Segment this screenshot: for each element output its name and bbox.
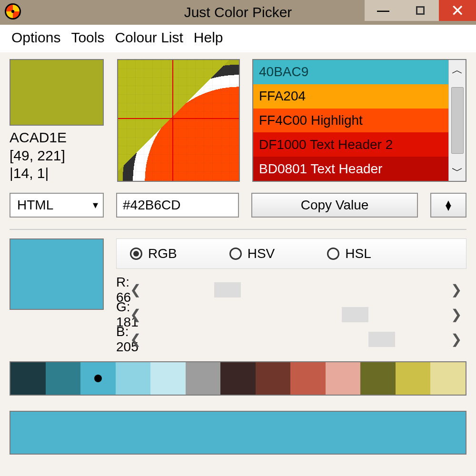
color-tuning-area: RGB HSV HSL R: 66 ❮ [10,238,466,352]
palette-cell[interactable] [186,362,221,395]
current-color-swatch [10,59,104,126]
radio-rgb-label: RGB [148,246,177,261]
gradient-bar[interactable] [10,411,466,455]
palette-cell[interactable] [326,362,361,395]
palette-cell[interactable] [150,362,186,395]
color-value-input[interactable] [116,193,239,218]
palette-row [10,361,466,396]
menu-colour-list[interactable]: Colour List [115,30,183,46]
palette-cell[interactable] [430,362,466,395]
radio-hsl-label: HSL [345,246,371,261]
palette-cell[interactable] [80,362,116,395]
palette-cell[interactable] [46,362,81,395]
current-color-readout: ACAD1E [49, 221] |14, 1| [10,129,105,182]
scroll-thumb[interactable] [451,87,464,154]
slider-b-thumb[interactable] [368,332,395,347]
minimize-button[interactable]: — [365,0,402,21]
menu-help[interactable]: Help [194,30,223,46]
format-label: HTML [17,198,53,213]
slider-b-increment[interactable]: ❯ [446,331,466,347]
channel-sliders: R: 66 ❮ ❯ G: 181 ❮ ❯ B: 205 ❮ [10,278,466,352]
scroll-down-button[interactable]: ﹀ [449,161,466,181]
radio-dot-icon [229,248,242,260]
slider-g-decrement[interactable]: ❮ [125,307,146,322]
current-coords: [49, 221] [10,147,105,165]
current-color-column: ACAD1E [49, 221] |14, 1| [10,59,105,182]
palette-cell[interactable] [290,362,326,395]
format-combobox[interactable]: HTML ▾ [10,193,104,218]
radio-hsl[interactable]: HSL [327,246,371,261]
slider-r-thumb[interactable] [214,282,241,298]
scroll-up-button[interactable]: ︿ [449,60,466,80]
palette-cell[interactable] [10,362,46,395]
menu-tools[interactable]: Tools [71,30,104,46]
maximize-button[interactable] [402,0,439,21]
slider-g-increment[interactable]: ❯ [446,307,466,322]
crosshair-horizontal [118,118,239,119]
chevron-down-icon: ▾ [93,199,98,211]
slider-r-track[interactable] [154,282,437,298]
app-window: Just Color Picker — ✕ Options Tools Colo… [0,0,476,476]
colour-list-item[interactable]: BD0801 Text Header [253,157,448,181]
slider-b-decrement[interactable]: ❮ [125,331,146,347]
slider-b-track[interactable] [154,332,437,347]
window-controls: — ✕ [365,0,476,21]
slider-g-thumb[interactable] [342,307,368,322]
palette-cell[interactable] [116,362,151,395]
slider-b-label: B: 205 [10,324,116,355]
radio-hsv-label: HSV [248,246,275,261]
colour-list-item[interactable]: 40BAC9 [253,60,448,84]
menubar: Options Tools Colour List Help [0,25,476,52]
palette-cell[interactable] [220,362,256,395]
colour-list-item[interactable]: FFA204 [253,84,448,109]
copy-value-button[interactable]: Copy Value [251,193,418,218]
current-delta: |14, 1| [10,164,105,182]
palette-cell[interactable] [360,362,396,395]
radio-dot-icon [130,248,142,260]
titlebar: Just Color Picker — ✕ [0,0,476,25]
slider-b: B: 205 ❮ ❯ [10,327,466,352]
radio-hsv[interactable]: HSV [229,246,275,261]
magnifier [117,59,240,182]
spinner-down-icon: ▼ [444,205,453,210]
magnifier-grid [118,60,239,181]
colour-list-item[interactable]: FF4C00 Highlight [253,109,448,133]
radio-rgb[interactable]: RGB [130,246,177,261]
colour-list[interactable]: 40BAC9FFA204FF4C00 HighlightDF1000 Text … [252,59,466,182]
close-button[interactable]: ✕ [439,0,476,21]
value-row: HTML ▾ Copy Value ▲ ▼ [10,193,466,218]
slider-r: R: 66 ❮ ❯ [10,278,466,302]
palette-cell[interactable] [256,362,291,395]
divider [10,229,466,230]
current-hex: ACAD1E [10,129,105,147]
client-area: ACAD1E [49, 221] |14, 1| 40BAC9FFA204FF4… [0,52,476,476]
slider-r-decrement[interactable]: ❮ [125,282,146,298]
crosshair-vertical [172,60,173,181]
slider-g-track[interactable] [154,307,437,322]
slider-r-increment[interactable]: ❯ [446,282,466,298]
tuning-right: RGB HSV HSL R: 66 ❮ [116,238,466,352]
colour-list-item[interactable]: DF1000 Text Header 2 [253,132,448,157]
palette-cell[interactable] [396,362,431,395]
color-model-row: RGB HSV HSL [116,238,466,269]
radio-dot-icon [327,248,339,260]
colour-list-rows: 40BAC9FFA204FF4C00 HighlightDF1000 Text … [253,60,448,181]
slider-g: G: 181 ❮ ❯ [10,302,466,327]
top-row: ACAD1E [49, 221] |14, 1| 40BAC9FFA204FF4… [10,59,466,182]
colour-list-scrollbar[interactable]: ︿ ﹀ [448,60,466,181]
list-order-spinner[interactable]: ▲ ▼ [430,193,466,218]
menu-options[interactable]: Options [11,30,60,46]
